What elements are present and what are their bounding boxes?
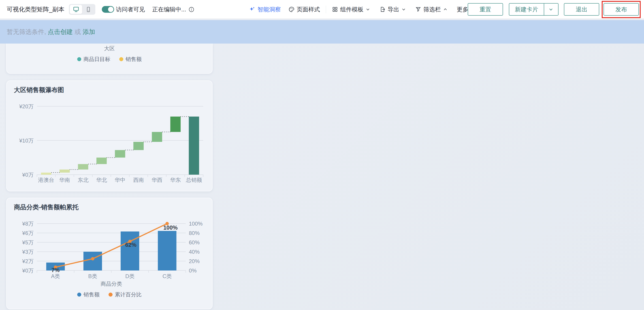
palette-icon bbox=[288, 6, 295, 12]
editing-status: 正在编辑中... bbox=[152, 0, 186, 19]
legend-dot-yellow bbox=[119, 57, 123, 61]
left-axis-tick: ¥6万 bbox=[22, 230, 34, 236]
mobile-view-button[interactable] bbox=[82, 5, 94, 14]
legend-label: 销售额 bbox=[84, 291, 100, 298]
publish-button[interactable]: 发布 bbox=[604, 3, 639, 16]
toolbar: 可视化类型矩阵_副本 访问者可见 正在编辑中... bbox=[0, 0, 644, 19]
component-template-button[interactable]: 组件模板 bbox=[332, 5, 370, 13]
legend-item[interactable]: 累计百分比 bbox=[108, 291, 142, 298]
chevron-down-icon bbox=[366, 7, 370, 12]
publish-label: 发布 bbox=[615, 5, 627, 13]
filter-or-text: 或 bbox=[74, 28, 81, 35]
left-axis-tick: ¥5万 bbox=[22, 239, 34, 245]
new-card-button[interactable]: 新建卡片 bbox=[509, 3, 544, 15]
right-axis-tick: 60% bbox=[189, 239, 200, 245]
waterfall-bar[interactable] bbox=[41, 173, 51, 175]
legend-label: 商品日目标 bbox=[84, 56, 110, 63]
exit-label: 退出 bbox=[576, 5, 588, 13]
filter-bar-button[interactable]: 筛选栏 bbox=[415, 5, 448, 13]
legend-item[interactable]: 商品日目标 bbox=[77, 56, 110, 63]
desktop-view-button[interactable] bbox=[70, 5, 82, 14]
x-axis-label: 华西 bbox=[152, 177, 162, 183]
legend-item[interactable]: 销售额 bbox=[77, 291, 100, 298]
page-style-label: 页面样式 bbox=[297, 5, 320, 13]
new-card-dropdown-button[interactable] bbox=[544, 3, 558, 15]
card-pareto[interactable]: 商品分类-销售额帕累托 ¥0万0%¥2万20%¥3万40%¥5万60%¥6万80… bbox=[6, 198, 212, 309]
exit-button[interactable]: 退出 bbox=[564, 3, 599, 16]
combo-axis-label: 大区 bbox=[7, 45, 212, 52]
dashboard-canvas[interactable]: 大区 商品日目标 销售额 大区销售额瀑布图 ¥0万¥10万¥20万港澳台华南东北… bbox=[0, 43, 644, 310]
reset-button[interactable]: 重置 bbox=[468, 3, 503, 16]
y-axis-tick: ¥0万 bbox=[22, 172, 34, 178]
x-axis-label: B类 bbox=[88, 273, 97, 279]
visitor-visible-toggle[interactable] bbox=[102, 6, 114, 13]
x-axis-label: 港澳台 bbox=[38, 177, 54, 183]
filter-add-link[interactable]: 添加 bbox=[82, 28, 95, 35]
legend-label: 累计百分比 bbox=[115, 291, 142, 298]
chevron-down-icon bbox=[401, 7, 406, 12]
cumulative-line bbox=[56, 224, 167, 267]
toolbar-menu: 智能洞察 页面样式 组件模板 bbox=[249, 0, 475, 19]
right-axis-tick: 20% bbox=[189, 258, 200, 264]
x-axis-label: 华东 bbox=[170, 177, 181, 183]
pareto-x-axis-title: 商品分类 bbox=[37, 280, 186, 288]
filter-bar-label: 筛选栏 bbox=[423, 5, 441, 13]
legend-dot-teal bbox=[77, 57, 81, 61]
right-axis-tick: 0% bbox=[189, 268, 197, 274]
dashboard-editor: 可视化类型矩阵_副本 访问者可见 正在编辑中... bbox=[0, 0, 644, 310]
page-style-button[interactable]: 页面样式 bbox=[288, 5, 320, 13]
pareto-bar[interactable] bbox=[120, 231, 139, 271]
waterfall-bar[interactable] bbox=[170, 117, 180, 132]
waterfall-bar[interactable] bbox=[78, 164, 88, 169]
legend-dot-blue bbox=[77, 293, 81, 297]
card-combo-partial[interactable]: 大区 商品日目标 销售额 bbox=[6, 43, 212, 74]
waterfall-bar[interactable] bbox=[60, 169, 70, 173]
new-card-label: 新建卡片 bbox=[515, 5, 538, 13]
smart-insight-button[interactable]: 智能洞察 bbox=[249, 5, 281, 13]
pareto-bar[interactable] bbox=[84, 252, 102, 271]
waterfall-bar[interactable] bbox=[133, 142, 144, 150]
legend-item[interactable]: 销售额 bbox=[119, 56, 142, 63]
x-axis-label: 总销额 bbox=[186, 177, 202, 183]
desktop-icon bbox=[73, 6, 80, 13]
mobile-icon bbox=[85, 6, 92, 12]
waterfall-bar[interactable] bbox=[96, 158, 107, 164]
chevron-up-icon bbox=[443, 7, 448, 12]
left-axis-tick: ¥8万 bbox=[22, 221, 34, 227]
waterfall-total-bar[interactable] bbox=[189, 117, 199, 175]
left-axis-tick: ¥2万 bbox=[22, 258, 34, 264]
pareto-legend: 销售额 累计百分比 bbox=[7, 291, 212, 298]
filter-bar: 暂无筛选条件, 点击创建 或 添加 bbox=[0, 20, 644, 43]
legend-dot-orange bbox=[108, 293, 112, 297]
waterfall-bar[interactable] bbox=[115, 150, 125, 158]
export-button[interactable]: 导出 bbox=[379, 5, 406, 13]
component-template-label: 组件模板 bbox=[340, 5, 364, 13]
right-axis-tick: 80% bbox=[189, 230, 200, 236]
combo-legend: 商品日目标 销售额 bbox=[7, 56, 212, 63]
data-label: 7% bbox=[52, 267, 60, 273]
right-axis-tick: 40% bbox=[189, 249, 200, 255]
y-axis-tick: ¥20万 bbox=[19, 103, 34, 109]
page-title: 可视化类型矩阵_副本 bbox=[7, 0, 64, 19]
left-axis-tick: ¥0万 bbox=[22, 268, 34, 274]
filter-create-link[interactable]: 点击创建 bbox=[48, 28, 73, 35]
info-icon[interactable] bbox=[188, 6, 194, 12]
visitor-visible-label: 访问者可见 bbox=[116, 0, 145, 19]
x-axis-label: 东北 bbox=[78, 177, 88, 183]
reset-label: 重置 bbox=[480, 5, 491, 13]
toolbar-divider bbox=[326, 5, 326, 13]
card-waterfall[interactable]: 大区销售额瀑布图 ¥0万¥10万¥20万港澳台华南东北华北华中西南华西华东总销额 bbox=[6, 80, 212, 191]
x-axis-label: C类 bbox=[162, 273, 172, 279]
export-icon bbox=[379, 6, 386, 12]
waterfall-bar[interactable] bbox=[152, 132, 162, 142]
pareto-bar[interactable] bbox=[158, 231, 176, 271]
sparkle-icon bbox=[249, 6, 256, 13]
line-point[interactable] bbox=[91, 257, 94, 260]
device-view-switcher[interactable] bbox=[69, 4, 95, 15]
legend-label: 销售额 bbox=[126, 56, 142, 63]
export-label: 导出 bbox=[388, 5, 399, 13]
data-label: 100% bbox=[163, 224, 178, 231]
more-label: 更多 bbox=[457, 5, 468, 13]
funnel-icon bbox=[415, 6, 421, 12]
chevron-down-icon bbox=[548, 7, 554, 12]
